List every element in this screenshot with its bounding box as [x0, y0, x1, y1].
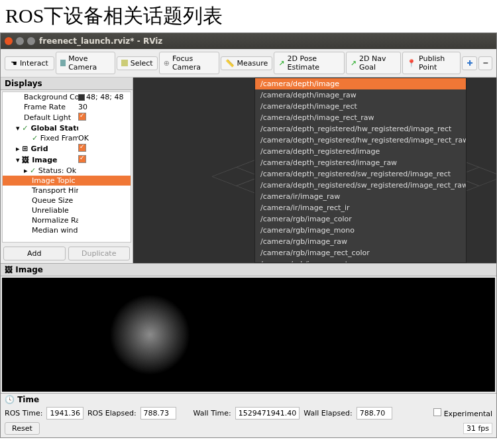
- checkbox-on-icon[interactable]: [78, 144, 86, 152]
- nav-goal-label: 2D Nav Goal: [359, 54, 396, 72]
- topic-option[interactable]: /camera/depth/image: [255, 78, 466, 89]
- depth-image-view: [2, 278, 495, 392]
- topic-option[interactable]: /camera/rgb/image_raw: [255, 236, 466, 247]
- interact-label: Interact: [20, 59, 48, 68]
- fps-display: 31 fps: [463, 423, 492, 434]
- measure-button[interactable]: 📏Measure: [221, 56, 273, 70]
- minus-button[interactable]: ━: [478, 56, 492, 70]
- topic-option[interactable]: /camera/depth_registered/image_raw: [255, 157, 466, 168]
- bg-color-label: Background Color: [5, 93, 78, 101]
- titlebar[interactable]: freenect_launch.rviz* - RViz: [1, 33, 496, 49]
- default-light-value[interactable]: [78, 113, 128, 123]
- wall-time-label: Wall Time:: [193, 409, 231, 418]
- depth-image: [2, 278, 495, 392]
- time-title: 🕓 Time: [5, 395, 492, 406]
- topic-option[interactable]: /camera/depth_registered/sw_registered/i…: [255, 180, 466, 191]
- topic-option[interactable]: /camera/rgb/image_rect_mono: [255, 258, 466, 263]
- ros-time-value[interactable]: 1941.36: [46, 407, 83, 420]
- status-ok-label[interactable]: ▸ ✓ Status: Ok: [5, 166, 78, 175]
- checkbox-on-icon[interactable]: [78, 155, 86, 163]
- pin-icon: 📍: [407, 59, 416, 68]
- select-button[interactable]: Select: [117, 56, 158, 70]
- wall-time-value[interactable]: 1529471941.40: [235, 407, 300, 420]
- queue-size-label[interactable]: Queue Size: [5, 196, 78, 205]
- frame-rate-label: Frame Rate: [5, 103, 78, 111]
- color-swatch: [78, 94, 85, 101]
- default-light-label: Default Light: [5, 113, 78, 122]
- global-status-label[interactable]: ▾ ✓ Global Status: Ok: [5, 124, 78, 133]
- normalize-range-label[interactable]: Normalize Range: [5, 216, 78, 225]
- main-area: Displays Background Color48; 48; 48 Fram…: [1, 78, 496, 263]
- wall-elapsed-value[interactable]: 788.70: [357, 407, 392, 420]
- topic-option[interactable]: /camera/ir/image_rect_ir: [255, 202, 466, 213]
- topic-option[interactable]: /camera/depth/image_raw: [255, 89, 466, 101]
- pose-estimate-button[interactable]: ↗2D Pose Estimate: [274, 52, 344, 74]
- wall-elapsed-label: Wall Elapsed:: [304, 409, 352, 418]
- topic-option[interactable]: /camera/ir/image_raw: [255, 191, 466, 202]
- select-label: Select: [131, 59, 153, 68]
- experimental-checkbox[interactable]: [433, 408, 441, 416]
- toolbar: ☚Interact Move Camera Select ⊕Focus Came…: [1, 49, 496, 78]
- image-panel: 🖼 Image: [1, 263, 496, 392]
- topic-option[interactable]: /camera/depth_registered/hw_registered/i…: [255, 123, 466, 135]
- duplicate-button[interactable]: Duplicate: [68, 247, 131, 260]
- ros-elapsed-value[interactable]: 788.73: [140, 407, 176, 420]
- focus-camera-label: Focus Camera: [172, 54, 215, 72]
- topic-option[interactable]: /camera/depth_registered/sw_registered/i…: [255, 168, 466, 180]
- select-icon: [121, 60, 128, 66]
- topic-option[interactable]: /camera/depth_registered/image: [255, 146, 466, 157]
- arrow-icon: ↗: [351, 59, 357, 68]
- crosshair-icon: ⊕: [164, 59, 170, 68]
- minimize-icon[interactable]: [16, 37, 24, 45]
- median-window-label[interactable]: Median window: [5, 226, 78, 235]
- window-title: freenect_launch.rviz* - RViz: [39, 36, 162, 46]
- interact-button[interactable]: ☚Interact: [5, 56, 54, 70]
- window-controls: [5, 37, 35, 45]
- plus-button[interactable]: ✚: [462, 56, 477, 70]
- topic-option[interactable]: /camera/depth_registered/hw_registered/i…: [255, 135, 466, 146]
- checkbox-on-icon[interactable]: [78, 113, 86, 121]
- displays-panel: Displays Background Color48; 48; 48 Fram…: [1, 78, 133, 263]
- topic-option[interactable]: /camera/rgb/image_rect_color: [255, 247, 466, 258]
- move-camera-icon: [60, 60, 66, 66]
- displays-title: Displays: [1, 78, 133, 90]
- topic-option[interactable]: /camera/depth/image_rect: [255, 101, 466, 112]
- close-icon[interactable]: [5, 37, 13, 45]
- fixed-frame-label: ✓ Fixed Frame: [5, 134, 78, 142]
- pointer-icon: ☚: [11, 59, 17, 68]
- topic-dropdown[interactable]: /camera/depth/image/camera/depth/image_r…: [254, 78, 467, 263]
- focus-camera-button[interactable]: ⊕Focus Camera: [159, 52, 219, 74]
- fixed-frame-value: OK: [78, 134, 128, 142]
- measure-label: Measure: [237, 59, 268, 68]
- topic-option[interactable]: /camera/rgb/image_color: [255, 213, 466, 225]
- topic-option[interactable]: /camera/rgb/image_mono: [255, 225, 466, 236]
- ruler-icon: 📏: [225, 59, 235, 68]
- reset-button[interactable]: Reset: [5, 422, 40, 435]
- image-panel-title: 🖼 Image: [1, 264, 496, 276]
- bg-color-value[interactable]: 48; 48; 48: [78, 93, 128, 101]
- topic-option[interactable]: /camera/depth/image_rect_raw: [255, 112, 466, 123]
- displays-tree[interactable]: Background Color48; 48; 48 Frame Rate30 …: [2, 91, 131, 243]
- viewport-3d[interactable]: /camera/depth/image/camera/depth/image_r…: [133, 78, 496, 263]
- ros-time-label: ROS Time:: [5, 409, 42, 418]
- image-label[interactable]: ▾ 🖼 Image: [5, 156, 78, 164]
- image-topic-label[interactable]: Image Topic: [5, 176, 78, 185]
- move-camera-button[interactable]: Move Camera: [56, 52, 115, 74]
- time-panel: 🕓 Time ROS Time: 1941.36 ROS Elapsed: 78…: [1, 393, 496, 437]
- ros-elapsed-label: ROS Elapsed:: [87, 409, 137, 418]
- transport-hint-label[interactable]: Transport Hint: [5, 186, 78, 195]
- frame-rate-value[interactable]: 30: [78, 103, 128, 111]
- publish-point-label: Publish Point: [419, 54, 456, 72]
- rviz-window: freenect_launch.rviz* - RViz ☚Interact M…: [0, 32, 497, 438]
- pose-estimate-label: 2D Pose Estimate: [288, 54, 340, 72]
- move-camera-label: Move Camera: [68, 54, 111, 72]
- unreliable-label[interactable]: Unreliable: [5, 206, 78, 215]
- experimental-label: Experimental: [444, 410, 492, 418]
- maximize-icon[interactable]: [27, 37, 35, 45]
- publish-point-button[interactable]: 📍Publish Point: [402, 52, 461, 74]
- grid-label[interactable]: ▸ ⊞ Grid: [5, 144, 78, 153]
- nav-goal-button[interactable]: ↗2D Nav Goal: [346, 52, 401, 74]
- page-annotation: ROS下设备相关话题列表: [0, 0, 497, 32]
- add-button[interactable]: Add: [3, 247, 66, 260]
- arrow-icon: ↗: [278, 59, 284, 68]
